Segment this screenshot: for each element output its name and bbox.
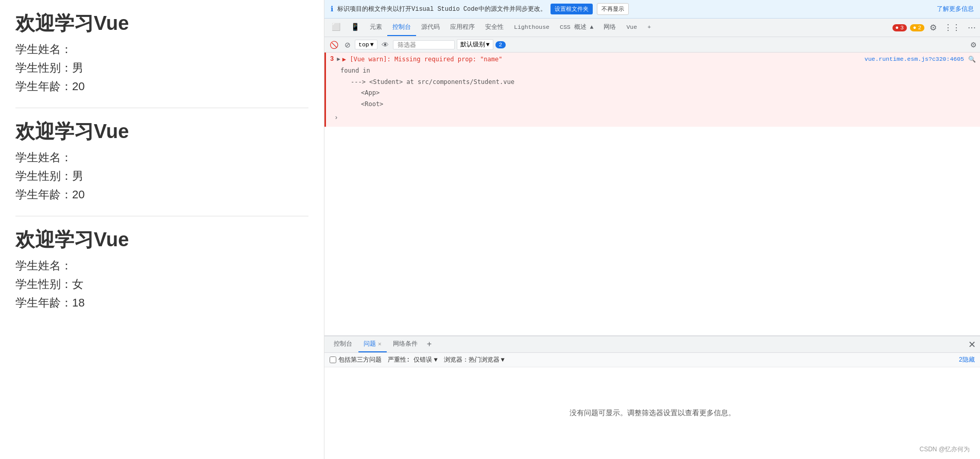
issues-tab-close-icon[interactable]: ✕: [378, 341, 382, 347]
error-detail-line1: ---> <Student> at src/components/Student…: [351, 77, 966, 88]
security-tab[interactable]: 安全性: [480, 19, 509, 36]
error-message: ▶ [Vue warn]: Missing required prop: "na…: [342, 56, 863, 63]
name-field-3: 学生姓名：: [15, 258, 308, 274]
bottom-tabs-bar: 控制台 问题 ✕ 网络条件 + ✕: [324, 336, 980, 353]
warning-badge[interactable]: ● 2: [910, 24, 924, 31]
clear-console-button[interactable]: 🚫: [328, 40, 340, 49]
css-overview-tab[interactable]: CSS 概述 ▲: [555, 19, 598, 36]
vue-section-2: 欢迎学习Vue 学生姓名： 学生性别：男 学生年龄：20: [15, 118, 308, 216]
level-dropdown[interactable]: 默认级别 ▼: [457, 39, 493, 50]
error-header: 3 ▶ ▶ [Vue warn]: Missing required prop:…: [330, 56, 976, 63]
set-root-button[interactable]: 设置根文件夹: [551, 4, 593, 14]
more-options-button[interactable]: ⋯: [966, 22, 978, 34]
error-detail-line3: <Root>: [361, 99, 966, 110]
error-count-badge: 3: [330, 56, 334, 63]
close-bottom-panel-button[interactable]: ✕: [968, 339, 976, 350]
add-bottom-tab-button[interactable]: +: [424, 338, 435, 351]
device-tab[interactable]: 📱: [346, 19, 365, 37]
error-expand-icon[interactable]: ▶: [337, 56, 340, 62]
more-tools-tab[interactable]: +: [642, 20, 656, 36]
console-settings-button[interactable]: ⚙: [970, 41, 977, 49]
webpage-content: 欢迎学习Vue 学生姓名： 学生性别：男 学生年龄：20 欢迎学习Vue 学生姓…: [0, 0, 324, 459]
console-toolbar: 🚫 ⊘ top ▼ 👁 默认级别 ▼ 2 ⚙: [324, 37, 980, 53]
expand-further-arrow[interactable]: ›: [330, 112, 976, 124]
error-detail-line2: <App>: [361, 88, 966, 99]
vue-section-3: 欢迎学习Vue 学生姓名： 学生性别：女 学生年龄：18: [15, 227, 308, 324]
console-content: 3 ▶ ▶ [Vue warn]: Missing required prop:…: [324, 53, 980, 335]
gender-field-2: 学生性别：男: [15, 168, 308, 184]
hidden-count-label: 2隐藏: [959, 355, 975, 364]
vue-section-1: 欢迎学习Vue 学生姓名： 学生性别：男 学生年龄：20: [15, 10, 308, 108]
attribution-text: CSDN @忆亦何为: [919, 445, 970, 454]
vue-tab[interactable]: Vue: [621, 20, 642, 36]
error-source-link[interactable]: vue.runtime.esm.js?c320:4605: [865, 56, 964, 62]
bottom-panel: 控制台 问题 ✕ 网络条件 + ✕ 包括第三方问题 严重性: 仅错误 ▼ 浏览器…: [324, 335, 980, 459]
age-field-1: 学生年龄：20: [15, 79, 308, 94]
error-detail: found in ---> <Student> at src/component…: [330, 63, 976, 112]
search-in-panel-icon[interactable]: 🔍: [968, 56, 976, 63]
vue-title-2: 欢迎学习Vue: [15, 118, 308, 145]
error-entry: 3 ▶ ▶ [Vue warn]: Missing required prop:…: [324, 53, 980, 127]
message-count-badge: 2: [495, 41, 506, 48]
browser-dropdown[interactable]: 浏览器：热门浏览器 ▼: [444, 355, 505, 364]
tab-right-group: ● 3 ● 2 ⚙ ⋮⋮ ⋯: [892, 22, 978, 34]
third-party-checkbox-label[interactable]: 包括第三方问题: [330, 355, 382, 364]
network-tab[interactable]: 网络: [598, 19, 621, 36]
gender-field-1: 学生性别：男: [15, 60, 308, 76]
bottom-console-tab[interactable]: 控制台: [329, 336, 357, 352]
inspect-icon-tab[interactable]: ⬜: [326, 19, 346, 37]
age-field-3: 学生年龄：18: [15, 295, 308, 311]
third-party-checkbox[interactable]: [330, 356, 336, 363]
customize-button[interactable]: ⋮⋮: [942, 22, 962, 34]
application-tab[interactable]: 应用程序: [445, 19, 480, 36]
name-field-1: 学生姓名：: [15, 42, 308, 57]
filter-input[interactable]: [393, 40, 455, 49]
name-field-2: 学生姓名：: [15, 150, 308, 165]
context-dropdown[interactable]: top ▼: [355, 40, 377, 49]
notification-bar: ℹ 标识项目的根文件夹以打开Visual Studio Code中的源文件并同步…: [324, 0, 980, 19]
severity-dropdown[interactable]: 严重性: 仅错误 ▼: [388, 355, 438, 364]
devtools-panel: ℹ 标识项目的根文件夹以打开Visual Studio Code中的源文件并同步…: [324, 0, 980, 459]
info-icon: ℹ: [331, 5, 333, 13]
elements-tab[interactable]: 元素: [365, 19, 387, 36]
no-show-button[interactable]: 不再显示: [597, 3, 629, 15]
age-field-2: 学生年龄：20: [15, 187, 308, 202]
vue-title-1: 欢迎学习Vue: [15, 10, 308, 37]
vue-title-3: 欢迎学习Vue: [15, 227, 308, 253]
notification-text: 标识项目的根文件夹以打开Visual Studio Code中的源文件并同步更改…: [337, 5, 546, 13]
more-info-link[interactable]: 了解更多信息: [937, 5, 974, 13]
error-badge[interactable]: ● 3: [892, 24, 907, 31]
filter-button[interactable]: ⊘: [342, 40, 353, 49]
settings-button[interactable]: ⚙: [927, 22, 939, 34]
console-tab[interactable]: 控制台: [387, 19, 416, 36]
sources-tab[interactable]: 源代码: [416, 19, 445, 36]
no-issues-message: 没有问题可显示。调整筛选器设置以查看更多信息。: [324, 367, 980, 459]
found-in-text: found in: [340, 65, 966, 77]
gender-field-3: 学生性别：女: [15, 277, 308, 292]
bottom-issues-tab[interactable]: 问题 ✕: [358, 336, 387, 352]
devtools-tabs-bar: ⬜ 📱 元素 控制台 源代码 应用程序 安全性 Lighthouse CSS 概…: [324, 19, 980, 37]
bottom-network-tab[interactable]: 网络条件: [388, 336, 423, 352]
lighthouse-tab[interactable]: Lighthouse: [509, 20, 555, 36]
issues-toolbar: 包括第三方问题 严重性: 仅错误 ▼ 浏览器：热门浏览器 ▼ 2隐藏: [324, 353, 980, 367]
eye-button[interactable]: 👁: [380, 40, 391, 49]
